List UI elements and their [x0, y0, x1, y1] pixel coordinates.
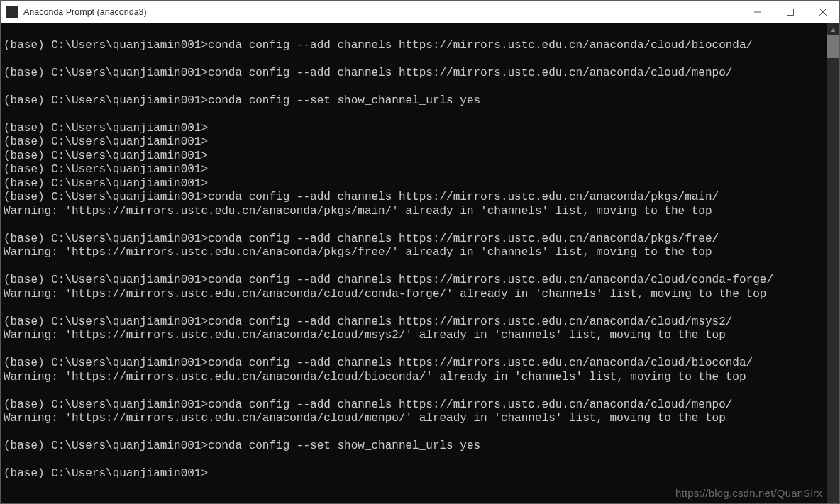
terminal-line — [4, 454, 824, 468]
terminal-line: (base) C:\Users\quanjiamin001>conda conf… — [4, 94, 824, 108]
terminal-line: (base) C:\Users\quanjiamin001> — [4, 467, 824, 481]
terminal-line: (base) C:\Users\quanjiamin001>conda conf… — [4, 439, 824, 454]
window-title: Anaconda Prompt (anaconda3) — [23, 7, 741, 17]
terminal-line: (base) C:\Users\quanjiamin001> — [4, 150, 824, 164]
terminal-line: (base) C:\Users\quanjiamin001>conda conf… — [4, 39, 824, 53]
svg-rect-1 — [788, 9, 794, 16]
terminal-line: (base) C:\Users\quanjiamin001>conda conf… — [4, 67, 824, 81]
terminal-line — [4, 108, 824, 122]
terminal-line: (base) C:\Users\quanjiamin001> — [4, 122, 824, 136]
terminal-line — [4, 301, 824, 315]
terminal-line: (base) C:\Users\quanjiamin001>conda conf… — [4, 357, 824, 371]
terminal-line: Warning: 'https://mirrors.ustc.edu.cn/an… — [4, 205, 824, 219]
terminal-line — [4, 343, 824, 357]
client-area: (base) C:\Users\quanjiamin001>conda conf… — [1, 23, 839, 503]
scroll-up-arrow-icon[interactable]: ▲ — [827, 23, 839, 35]
terminal-line: (base) C:\Users\quanjiamin001>conda conf… — [4, 398, 824, 413]
terminal-line: Warning: 'https://mirrors.ustc.edu.cn/an… — [4, 412, 824, 426]
app-window: Anaconda Prompt (anaconda3) (base) C:\Us… — [0, 0, 840, 504]
terminal-line: (base) C:\Users\quanjiamin001>conda conf… — [4, 315, 824, 330]
titlebar[interactable]: Anaconda Prompt (anaconda3) — [1, 1, 839, 23]
maximize-button[interactable] — [774, 1, 807, 23]
terminal-line — [4, 52, 824, 67]
terminal-line: Warning: 'https://mirrors.ustc.edu.cn/an… — [4, 329, 824, 343]
terminal-line — [4, 426, 824, 440]
terminal-output[interactable]: (base) C:\Users\quanjiamin001>conda conf… — [1, 23, 827, 503]
close-button[interactable] — [807, 1, 839, 23]
window-controls — [741, 1, 839, 23]
terminal-line: (base) C:\Users\quanjiamin001>conda conf… — [4, 233, 824, 247]
terminal-line: (base) C:\Users\quanjiamin001> — [4, 177, 824, 191]
terminal-line: (base) C:\Users\quanjiamin001>conda conf… — [4, 191, 824, 205]
vertical-scrollbar[interactable]: ▲ — [827, 23, 839, 503]
terminal-line: Warning: 'https://mirrors.ustc.edu.cn/an… — [4, 288, 824, 302]
terminal-line — [4, 25, 824, 39]
close-icon — [819, 9, 827, 16]
minimize-icon — [754, 9, 761, 16]
terminal-line — [4, 218, 824, 233]
terminal-line: (base) C:\Users\quanjiamin001> — [4, 135, 824, 150]
terminal-line: (base) C:\Users\quanjiamin001> — [4, 163, 824, 177]
terminal-line: (base) C:\Users\quanjiamin001>conda conf… — [4, 274, 824, 288]
minimize-button[interactable] — [741, 1, 774, 23]
terminal-line: Warning: 'https://mirrors.ustc.edu.cn/an… — [4, 246, 824, 260]
scroll-thumb[interactable] — [827, 35, 839, 58]
terminal-line — [4, 384, 824, 398]
maximize-icon — [787, 9, 794, 16]
app-icon — [6, 6, 18, 18]
terminal-line — [4, 80, 824, 94]
terminal-line: Warning: 'https://mirrors.ustc.edu.cn/an… — [4, 371, 824, 385]
terminal-line — [4, 260, 824, 274]
